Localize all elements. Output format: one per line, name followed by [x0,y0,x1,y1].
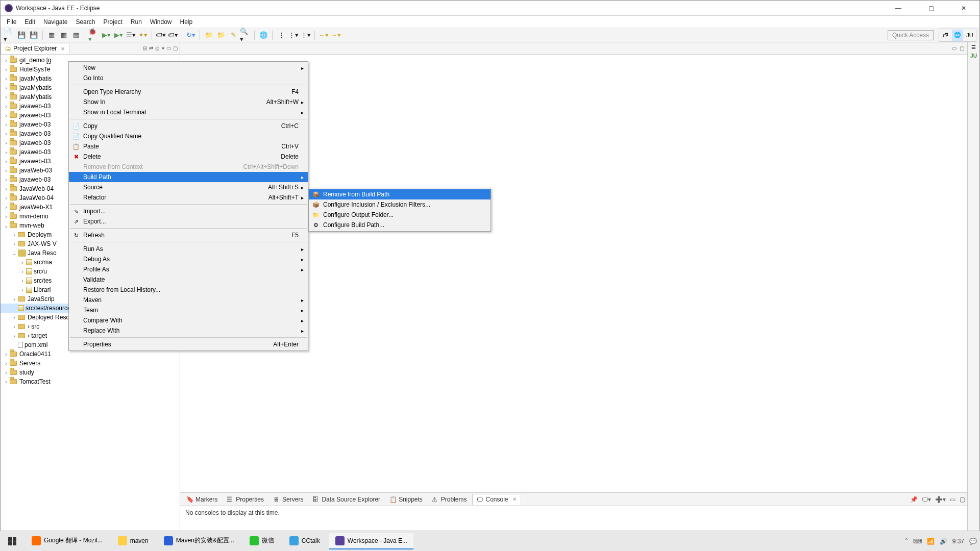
ctx-compare-with[interactable]: Compare With▸ [69,315,308,325]
min-editor-button[interactable]: ▭ [952,45,957,51]
ctx-debug-as[interactable]: Debug As▸ [69,254,308,264]
ctx-run-as[interactable]: Run As▸ [69,244,308,254]
menu-help[interactable]: Help [176,17,197,27]
task-google-mozil-[interactable]: Google 翻译 - Mozil... [26,533,109,549]
menu-edit[interactable]: Edit [20,17,39,27]
ctx-paste[interactable]: 📋PasteCtrl+V [69,141,308,152]
back-button[interactable]: ←▾ [318,30,329,41]
tray-chevron-icon[interactable]: ˄ [905,538,908,545]
ctx-import-[interactable]: ⇘Import... [69,206,308,216]
view-menu-button[interactable]: ▾ [162,45,164,51]
saveall-button[interactable]: 💾 [28,30,39,41]
ctx-configure-inclusion-exclusion-filters-[interactable]: 📦Configure Inclusion / Exclusion Filters… [309,199,491,210]
ctx-team[interactable]: Team▸ [69,305,308,315]
tree-row[interactable]: ›TomcatTest [1,377,180,386]
toolbar-icon[interactable]: ⋮ [276,30,287,41]
quick-access-input[interactable]: Quick Access [888,30,934,40]
ctx-properties[interactable]: PropertiesAlt+Enter [69,339,308,349]
close-icon[interactable]: ✕ [61,46,65,52]
task--[interactable]: 微信 [243,533,280,549]
task-maven[interactable]: maven [112,533,155,549]
focus-task-button[interactable]: ◎ [155,45,160,51]
toolbar-icon[interactable]: ☰▾ [125,30,136,41]
toolbar-icon[interactable]: ⋮▾ [288,30,299,41]
menu-project[interactable]: Project [99,17,126,27]
toolbar-icon[interactable]: ▦ [58,30,69,41]
notifications-icon[interactable]: 💬 [969,538,977,545]
project-explorer-tab[interactable]: 🗂 Project Explorer ✕ [1,43,69,54]
tab-servers[interactable]: 🖥Servers [269,494,307,505]
toolbar-icon[interactable]: ↻▾ [185,30,197,41]
new-dropdown-button[interactable]: 📄▾ [4,30,15,41]
ctx-go-into[interactable]: Go Into [69,73,308,83]
ctx-maven[interactable]: Maven▸ [69,295,308,305]
task-workspace-java-e-[interactable]: Workspace - Java E... [329,533,413,549]
start-button[interactable] [3,533,21,549]
run-button[interactable]: ▶▾ [101,30,112,41]
menu-search[interactable]: Search [71,17,99,27]
javaee-perspective-button[interactable]: 🌐 [952,30,963,41]
maximize-view-button[interactable]: ▢ [173,45,178,51]
ctx-configure-output-folder-[interactable]: 📁Configure Output Folder... [309,210,491,220]
maximize-button[interactable]: ▢ [919,1,943,16]
min-panel-button[interactable]: ▭ [950,496,955,503]
wifi-icon[interactable]: 📶 [927,538,935,545]
tab-properties[interactable]: ☰Properties [223,494,268,505]
console-pin-button[interactable]: 📌 [910,496,918,503]
ctx-new[interactable]: New▸ [69,63,308,73]
ctx-copy-qualified-name[interactable]: 📄Copy Qualified Name [69,131,308,141]
tab-console[interactable]: 🖵Console✕ [472,494,521,505]
tree-row[interactable]: ›Servers [1,359,180,368]
runext-button[interactable]: ▶▾ [113,30,124,41]
link-editor-button[interactable]: ⇄ [149,45,153,51]
toolbar-icon[interactable]: ✎ [228,30,239,41]
minimize-button[interactable]: — [887,1,910,16]
close-button[interactable]: ✕ [952,1,975,16]
trim-icon[interactable]: ☰ [971,44,976,50]
ctx-open-type-hierarchy[interactable]: Open Type HierarchyF4 [69,87,308,97]
console-open-button[interactable]: 🖵▾ [922,496,931,503]
save-button[interactable]: 💾 [16,30,27,41]
tree-row[interactable]: ›study [1,368,180,377]
toolbar-icon[interactable]: ✦▾ [137,30,149,41]
console-new-button[interactable]: ➕▾ [935,496,946,503]
ctx-profile-as[interactable]: Profile As▸ [69,264,308,274]
ctx-replace-with[interactable]: Replace With▸ [69,325,308,336]
toolbar-icon[interactable]: ⋮▾ [300,30,311,41]
max-panel-button[interactable]: ▢ [960,496,965,503]
toolbar-icon[interactable]: ▦ [70,30,82,41]
ctx-source[interactable]: SourceAlt+Shift+S▸ [69,182,308,192]
tab-markers[interactable]: 🔖Markers [182,494,222,505]
toolbar-icon[interactable]: 📁 [215,30,227,41]
search-button[interactable]: 🔍▾ [240,30,251,41]
ctx-validate[interactable]: Validate [69,274,308,285]
ctx-remove-from-build-path[interactable]: 📦Remove from Build Path [309,189,491,199]
task-maven-[interactable]: Maven的安装&配置... [158,533,240,549]
ctx-restore-from-local-history-[interactable]: Restore from Local History... [69,285,308,295]
tab-problems[interactable]: ⚠Problems [428,494,471,505]
toolbar-icon[interactable]: 📁 [203,30,214,41]
ctx-show-in[interactable]: Show InAlt+Shift+W▸ [69,97,308,107]
ctx-show-in-local-terminal[interactable]: Show in Local Terminal▸ [69,107,308,117]
ctx-refresh[interactable]: ↻RefreshF5 [69,230,308,240]
tab-snippets[interactable]: 📋Snippets [385,494,427,505]
ctx-export-[interactable]: ⇗Export... [69,216,308,227]
menu-file[interactable]: File [3,17,20,27]
toolbar-icon[interactable]: 🏷▾ [155,30,166,41]
toolbar-icon[interactable]: ▦ [46,30,57,41]
forward-button[interactable]: →▾ [330,30,341,41]
ctx-refactor[interactable]: RefactorAlt+Shift+T▸ [69,192,308,203]
ctx-delete[interactable]: ✖DeleteDelete [69,152,308,162]
ctx-copy[interactable]: 📄CopyCtrl+C [69,121,308,131]
collapse-all-button[interactable]: ⊟ [143,45,147,51]
open-perspective-button[interactable]: 🗗 [940,30,951,41]
context-menu[interactable]: New▸Go IntoOpen Type HierarchyF4Show InA… [68,61,308,351]
ime-icon[interactable]: ⌨ [913,538,922,545]
minimize-view-button[interactable]: ▭ [166,45,171,51]
clock[interactable]: 9:37 [952,538,964,545]
volume-icon[interactable]: 🔊 [940,538,947,545]
toolbar-icon[interactable]: 🌐 [258,30,269,41]
task-cctalk[interactable]: CCtalk [283,533,326,549]
ctx-configure-build-path-[interactable]: ⚙Configure Build Path... [309,220,491,230]
max-editor-button[interactable]: ▢ [960,45,964,51]
